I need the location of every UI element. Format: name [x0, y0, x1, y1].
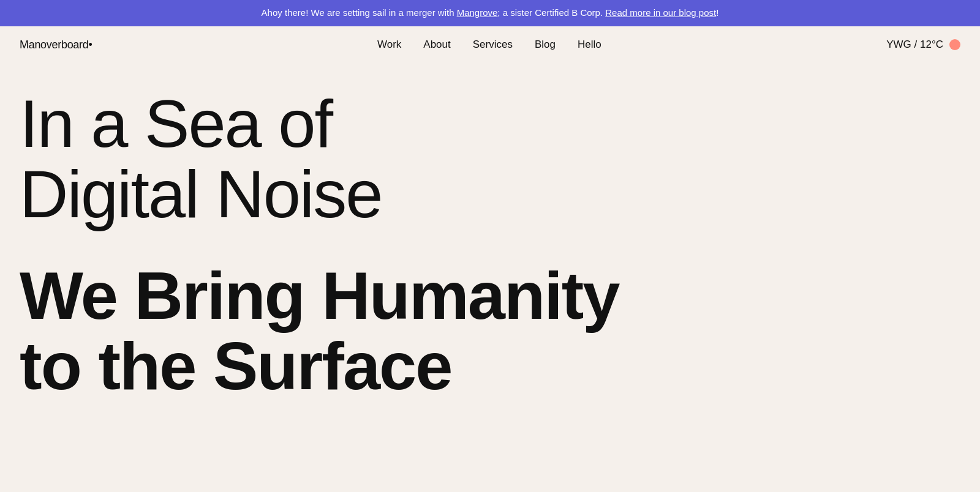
nav-item-hello[interactable]: Hello [578, 39, 601, 51]
hero-line-3: We Bring Humanity [20, 260, 960, 331]
hero-line-3-text: We Bring Humanity [20, 258, 619, 333]
header-right: YWG / 12°C [886, 39, 960, 51]
hero-line-4: to the Surface [20, 330, 960, 401]
main-nav: Work About Services Blog Hello [377, 39, 601, 51]
nav-item-blog[interactable]: Blog [535, 39, 556, 51]
announcement-banner: Ahoy there! We are setting sail in a mer… [0, 0, 980, 26]
hero-line-1: In a Sea of [20, 88, 960, 159]
site-logo[interactable]: Manoverboard• [20, 39, 92, 51]
banner-text-before: Ahoy there! We are setting sail in a mer… [262, 7, 457, 18]
site-header: Manoverboard• Work About Services Blog H… [0, 26, 980, 64]
banner-link-blog[interactable]: Read more in our blog post [605, 7, 716, 18]
status-indicator-dot [949, 39, 960, 50]
hero-section: In a Sea of Digital Noise We Bring Human… [0, 64, 980, 438]
hero-line-2-text: Digital Noise [20, 156, 382, 231]
banner-link-mangrove[interactable]: Mangrove [457, 7, 498, 18]
nav-item-about[interactable]: About [423, 39, 450, 51]
banner-text-between: ; a sister Certified B Corp. [497, 7, 605, 18]
nav-item-services[interactable]: Services [473, 39, 513, 51]
hero-line-2: Digital Noise [20, 158, 960, 229]
banner-text-after: ! [716, 7, 718, 18]
nav-item-work[interactable]: Work [377, 39, 401, 51]
location-temperature: YWG / 12°C [886, 39, 943, 51]
hero-line-4-text: to the Surface [20, 328, 451, 403]
hero-line-1-text: In a Sea of [20, 86, 332, 161]
